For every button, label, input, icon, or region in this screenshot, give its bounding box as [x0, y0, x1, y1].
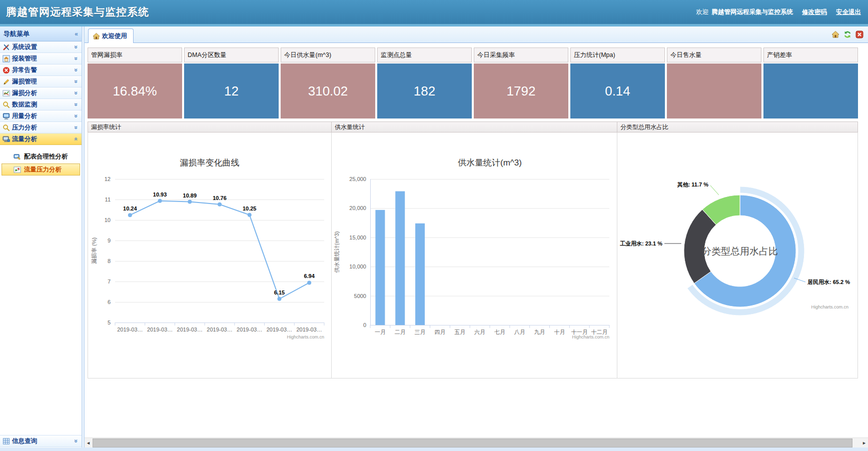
stat-cards-row: 管网漏损率16.84%DMA分区数量12今日供水量(m^3)310.02监测点总…	[88, 48, 858, 118]
submenu-item-流量压力分析[interactable]: 流量压力分析	[2, 164, 80, 176]
sidebar-item-label: 异常告警	[12, 66, 37, 74]
svg-text:五月: 五月	[454, 329, 465, 335]
svg-text:9: 9	[108, 238, 111, 244]
scroll-right-arrow[interactable]: ►	[860, 438, 868, 448]
usage-share-donut-chart: 分类型总用水占比其他: 11.7 %工业用水: 23.1 %居民用水: 65.2…	[617, 132, 858, 378]
header-user-area: 欢迎 腾越管网远程采集与监控系统 修改密码 安全退出	[696, 0, 861, 24]
sidebar-item-流量分析[interactable]: 流量分析«	[0, 134, 82, 145]
toolbar-close-icon[interactable]	[855, 30, 863, 38]
chevron-double-down-icon: »	[74, 80, 80, 84]
svg-text:2019-03…: 2019-03…	[237, 326, 262, 332]
stat-card-label: 产销差率	[763, 48, 858, 62]
chevron-double-down-icon: »	[74, 126, 80, 130]
logout-link[interactable]: 安全退出	[836, 8, 861, 16]
sidebar-item-漏损分析[interactable]: 漏损分析»	[0, 88, 82, 99]
svg-text:7: 7	[108, 278, 111, 284]
svg-text:其他: 11.7 %: 其他: 11.7 %	[677, 182, 709, 188]
sidebar-header: 导航菜单 «	[0, 26, 82, 42]
svg-text:一月: 一月	[375, 329, 386, 335]
stat-card-value: 0.14	[570, 64, 665, 118]
stat-card-今日供水量(m^3): 今日供水量(m^3)310.02	[281, 48, 375, 118]
svg-text:十月: 十月	[554, 329, 565, 335]
panel-usage-share: 分类型总用水占比 分类型总用水占比其他: 11.7 %工业用水: 23.1 %居…	[617, 122, 858, 378]
sidebar-title: 导航菜单	[4, 30, 30, 38]
app-header: 腾越管网远程采集与监控系统 欢迎 腾越管网远程采集与监控系统 修改密码 安全退出	[0, 0, 868, 24]
svg-text:10.24: 10.24	[123, 206, 137, 212]
svg-text:10.76: 10.76	[213, 195, 227, 201]
sidebar-item-label: 流量分析	[12, 135, 37, 144]
stat-card-value: 16.84%	[88, 64, 182, 118]
toolbar-home-icon[interactable]	[831, 30, 839, 38]
svg-text:2019-03…: 2019-03…	[207, 326, 232, 332]
change-password-link[interactable]: 修改密码	[802, 8, 827, 16]
panel-supply-volume: 供水量统计 供水量统计(m^3)0500010,00015,00020,0002…	[332, 122, 617, 378]
svg-text:四月: 四月	[434, 329, 445, 335]
scroll-left-arrow[interactable]: ◄	[85, 438, 92, 448]
welcome-username: 腾越管网远程采集与监控系统	[712, 8, 793, 16]
stat-card-产销差率: 产销差率	[763, 48, 858, 118]
toolbar-refresh-icon[interactable]	[843, 30, 851, 38]
svg-text:2019-03…: 2019-03…	[117, 326, 143, 332]
stat-card-label: 今日售水量	[667, 48, 761, 62]
sidebar-item-label: 压力分析	[12, 124, 37, 132]
sidebar-item-异常告警[interactable]: 异常告警»	[0, 64, 82, 76]
svg-text:2019-03…: 2019-03…	[267, 326, 292, 332]
stat-card-DMA分区数量: DMA分区数量12	[184, 48, 279, 118]
tab-welcome[interactable]: 欢迎使用	[88, 28, 134, 43]
svg-text:10,000: 10,000	[349, 264, 366, 270]
svg-text:居民用水: 65.2 %: 居民用水: 65.2 %	[807, 279, 850, 285]
sidebar-collapse-icon[interactable]: «	[75, 31, 78, 37]
svg-text:Highcharts.com.cn: Highcharts.com.cn	[287, 334, 324, 340]
pencil-icon	[3, 78, 10, 86]
sidebar-item-压力分析[interactable]: 压力分析»	[0, 122, 82, 134]
stat-card-value: 12	[184, 64, 279, 118]
computer-icon	[3, 136, 10, 143]
submenu-item-配表合理性分析[interactable]: 配表合理性分析	[0, 150, 82, 163]
svg-text:漏损率变化曲线: 漏损率变化曲线	[180, 158, 240, 168]
stat-card-今日采集频率: 今日采集频率1792	[474, 48, 568, 118]
svg-text:15,000: 15,000	[349, 234, 366, 240]
tab-bar: 欢迎使用	[85, 26, 868, 43]
svg-text:5000: 5000	[354, 293, 366, 299]
tab-welcome-label: 欢迎使用	[102, 32, 127, 40]
chevron-double-down-icon: »	[74, 68, 80, 72]
sidebar-item-报装管理[interactable]: 报装管理»	[0, 53, 82, 64]
sidebar-item-数据监测[interactable]: 数据监测»	[0, 99, 82, 110]
search-icon	[3, 124, 10, 132]
stat-card-value: 182	[377, 64, 472, 118]
sidebar-item-系统设置[interactable]: 系统设置»	[0, 42, 82, 53]
meter-icon	[14, 153, 21, 160]
install-icon	[3, 55, 10, 62]
svg-text:2019-03…: 2019-03…	[147, 326, 173, 332]
info-icon	[3, 438, 10, 445]
scrollbar-thumb[interactable]	[93, 438, 852, 448]
svg-text:6.94: 6.94	[304, 273, 315, 279]
sidebar-item-用量分析[interactable]: 用量分析»	[0, 110, 82, 122]
alarm-icon	[3, 66, 10, 74]
stat-card-管网漏损率: 管网漏损率16.84%	[88, 48, 182, 118]
stat-card-今日售水量: 今日售水量	[667, 48, 761, 118]
chevron-double-down-icon: »	[74, 103, 80, 106]
panel-leakage-rate-title: 漏损率统计	[88, 122, 332, 132]
chart-panels-row: 漏损率统计 漏损率变化曲线56789101112漏损率 (%)10.242019…	[88, 122, 858, 378]
sidebar-item-label: 漏损管理	[12, 78, 37, 86]
chevron-double-down-icon: »	[74, 46, 80, 49]
bar-chart-svg: 供水量统计(m^3)0500010,00015,00020,00025,000一…	[332, 132, 616, 342]
svg-text:供水量统计(m^3): 供水量统计(m^3)	[334, 232, 340, 273]
stat-card-value: 1792	[474, 64, 568, 118]
sidebar-item-label: 信息查询	[12, 437, 37, 446]
sidebar-item-label: 用量分析	[12, 112, 37, 120]
stat-card-value: 310.02	[281, 64, 375, 118]
svg-text:三月: 三月	[415, 329, 426, 335]
stat-card-label: 今日采集频率	[474, 48, 568, 62]
panel-supply-volume-title: 供水量统计	[331, 122, 617, 132]
dashboard-content: 管网漏损率16.84%DMA分区数量12今日供水量(m^3)310.02监测点总…	[85, 43, 868, 451]
stat-card-压力统计(Mpa): 压力统计(Mpa)0.14	[570, 48, 665, 118]
sidebar-item-信息查询[interactable]: 信息查询»	[0, 436, 82, 447]
svg-text:10.93: 10.93	[153, 192, 167, 198]
svg-text:0: 0	[363, 322, 366, 328]
svg-text:2019-03…: 2019-03…	[296, 326, 322, 332]
svg-text:8: 8	[108, 258, 111, 264]
sidebar-item-漏损管理[interactable]: 漏损管理»	[0, 76, 82, 88]
svg-text:10.89: 10.89	[183, 192, 197, 198]
